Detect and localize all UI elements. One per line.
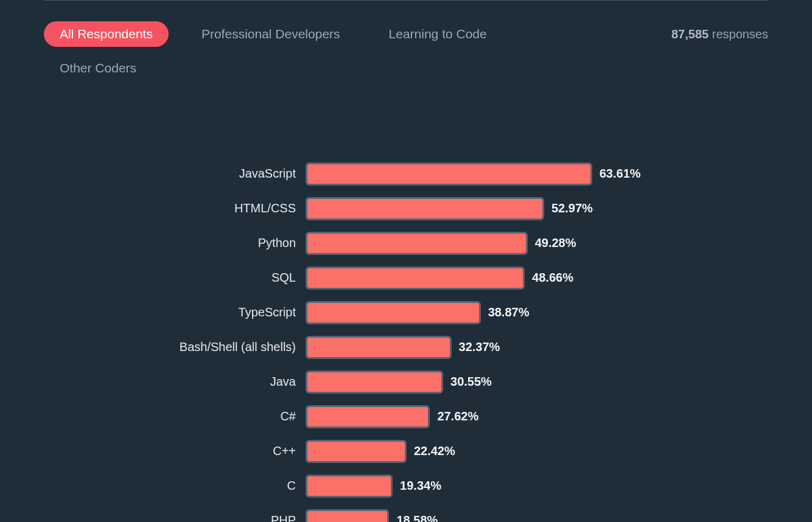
chart-category-label: C	[44, 479, 306, 493]
chart-row: C#27.62%	[44, 399, 768, 434]
response-count: 87,585 responses	[671, 21, 768, 41]
chart-row: C19.34%	[44, 468, 768, 503]
chart-bar-track	[306, 336, 452, 359]
chart-bar-track	[306, 232, 528, 255]
chart-category-label: C++	[44, 444, 306, 458]
chart-bar[interactable]	[306, 440, 407, 463]
chart-bar[interactable]	[306, 475, 393, 498]
chart-category-label: Java	[44, 375, 306, 389]
chart-bar[interactable]	[306, 232, 528, 255]
chart-value-label: 48.66%	[532, 271, 573, 285]
chart-bar-track	[306, 266, 525, 290]
chart-bar-track	[306, 475, 393, 498]
chart-row: C++22.42%	[44, 434, 768, 468]
chart-value-label: 63.61%	[600, 167, 641, 181]
chart-value-label: 49.28%	[535, 236, 576, 250]
chart-value-label: 52.97%	[551, 201, 593, 215]
chart-row: SQL48.66%	[44, 260, 768, 295]
chart-row: Bash/Shell (all shells)32.37%	[44, 330, 768, 364]
tab-all-respondents[interactable]: All Respondents	[44, 21, 169, 47]
tab-other-coders[interactable]: Other Coders	[44, 55, 152, 81]
chart-row: HTML/CSS52.97%	[44, 191, 768, 226]
chart-value-label: 19.34%	[400, 479, 441, 493]
chart-row: Java30.55%	[44, 364, 768, 399]
chart-value-label: 30.55%	[450, 375, 492, 389]
chart-category-label: TypeScript	[44, 305, 306, 319]
chart-bar[interactable]	[306, 197, 544, 220]
chart-bar[interactable]	[306, 266, 525, 290]
chart-value-label: 27.62%	[437, 409, 478, 423]
chart-bar-track	[306, 509, 389, 523]
chart-bar[interactable]	[306, 336, 452, 359]
response-count-number: 87,585	[671, 27, 709, 41]
chart-category-label: C#	[44, 409, 306, 423]
chart-bar-track	[306, 162, 592, 186]
bar-chart: JavaScript63.61%HTML/CSS52.97%Python49.2…	[44, 156, 768, 522]
chart-bar[interactable]	[306, 301, 481, 324]
chart-category-label: SQL	[44, 271, 306, 285]
chart-category-label: PHP	[44, 513, 306, 522]
response-count-suffix: responses	[712, 27, 768, 41]
chart-row: JavaScript63.61%	[44, 156, 768, 191]
tabs: All RespondentsProfessional DevelopersLe…	[44, 21, 592, 89]
chart-bar-track	[306, 301, 481, 324]
chart-bar-track	[306, 405, 430, 428]
chart-row: Python49.28%	[44, 226, 768, 260]
chart-bar[interactable]	[306, 509, 389, 523]
chart-value-label: 22.42%	[414, 444, 455, 458]
chart-bar[interactable]	[306, 405, 430, 428]
chart-bar[interactable]	[306, 371, 443, 394]
chart-bar-track	[306, 371, 443, 394]
chart-bar[interactable]	[306, 162, 592, 186]
chart-value-label: 18.58%	[396, 513, 438, 522]
chart-bar-track	[306, 197, 544, 220]
chart-category-label: JavaScript	[44, 167, 306, 181]
chart-category-label: Bash/Shell (all shells)	[44, 340, 306, 354]
chart-value-label: 38.87%	[488, 305, 530, 319]
chart-bar-track	[306, 440, 407, 463]
chart-category-label: Python	[44, 236, 306, 250]
tab-professional-developers[interactable]: Professional Developers	[186, 21, 356, 47]
tabs-row: All RespondentsProfessional DevelopersLe…	[44, 1, 768, 89]
chart-row: TypeScript38.87%	[44, 295, 768, 330]
chart-value-label: 32.37%	[459, 340, 500, 354]
chart-category-label: HTML/CSS	[44, 201, 306, 215]
chart-row: PHP18.58%	[44, 503, 768, 522]
tab-learning-to-code[interactable]: Learning to Code	[373, 21, 503, 47]
